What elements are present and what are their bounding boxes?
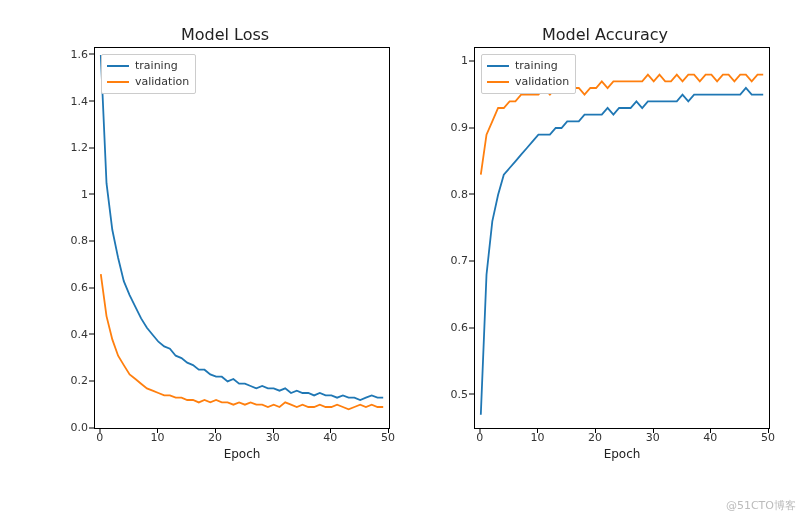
legend-swatch-validation-icon — [107, 81, 129, 83]
ytick: 0.6 — [71, 281, 89, 294]
plot-area-acc: training validation — [474, 47, 770, 429]
panel-acc-xaxis-row: 01020304050 — [440, 429, 770, 447]
ytick: 0.5 — [451, 387, 469, 400]
legend-swatch-training-icon — [107, 65, 129, 67]
panel-loss: Model Loss 0.00.20.40.60.811.21.41.6 tra… — [60, 25, 390, 465]
ytick: 1 — [81, 187, 88, 200]
legend-loss-item-validation: validation — [107, 74, 189, 90]
panel-acc-plotrow: 0.50.60.70.80.91 training validation — [440, 47, 770, 429]
legend-label-training: training — [515, 58, 558, 74]
legend-acc-item-training: training — [487, 58, 569, 74]
yaxis-acc: 0.50.60.70.80.91 — [440, 47, 474, 427]
series-training — [101, 55, 383, 400]
lines-svg-acc — [475, 48, 769, 428]
watermark-text: @51CTO博客 — [726, 498, 796, 513]
panel-loss-xaxis-row: 01020304050 — [60, 429, 390, 447]
ytick: 1.2 — [71, 141, 89, 154]
xaxis-acc: 01020304050 — [474, 429, 770, 447]
panel-acc: Model Accuracy 0.50.60.70.80.91 training… — [440, 25, 770, 465]
xaxis-loss: 01020304050 — [94, 429, 390, 447]
ytick: 0.2 — [71, 374, 89, 387]
legend-acc: training validation — [481, 54, 576, 94]
panel-acc-title: Model Accuracy — [440, 25, 770, 47]
ytick: 0.0 — [71, 421, 89, 434]
xtick: 0 — [476, 431, 483, 444]
ytick: 1.6 — [71, 47, 89, 60]
xtick: 10 — [150, 431, 164, 444]
yaxis-loss: 0.00.20.40.60.811.21.41.6 — [60, 47, 94, 427]
series-validation — [101, 274, 383, 409]
xtick: 30 — [646, 431, 660, 444]
panel-loss-title: Model Loss — [60, 25, 390, 47]
ytick: 0.4 — [71, 327, 89, 340]
xtick: 20 — [208, 431, 222, 444]
xlabel-acc: Epoch — [474, 447, 770, 465]
panels-row: Model Loss 0.00.20.40.60.811.21.41.6 tra… — [60, 25, 770, 465]
panel-acc-xlabel-row: Epoch — [440, 447, 770, 465]
legend-label-validation: validation — [135, 74, 189, 90]
ytick: 1 — [461, 54, 468, 67]
panel-loss-xlabel-row: Epoch — [60, 447, 390, 465]
legend-loss: training validation — [101, 54, 196, 94]
xlabel-loss: Epoch — [94, 447, 390, 465]
ytick: 0.8 — [71, 234, 89, 247]
ytick: 1.4 — [71, 94, 89, 107]
legend-swatch-validation-icon — [487, 81, 509, 83]
xtick: 50 — [761, 431, 775, 444]
ytick: 0.9 — [451, 121, 469, 134]
series-training — [481, 88, 763, 415]
xtick: 10 — [530, 431, 544, 444]
plot-area-loss: training validation — [94, 47, 390, 429]
lines-svg-loss — [95, 48, 389, 428]
figure: Model Loss 0.00.20.40.60.811.21.41.6 tra… — [0, 0, 800, 515]
legend-label-training: training — [135, 58, 178, 74]
ytick: 0.8 — [451, 187, 469, 200]
xtick: 0 — [96, 431, 103, 444]
xtick: 40 — [703, 431, 717, 444]
ytick: 0.6 — [451, 321, 469, 334]
xtick: 40 — [323, 431, 337, 444]
xtick: 20 — [588, 431, 602, 444]
legend-acc-item-validation: validation — [487, 74, 569, 90]
panel-loss-plotrow: 0.00.20.40.60.811.21.41.6 training valid… — [60, 47, 390, 429]
ytick: 0.7 — [451, 254, 469, 267]
legend-loss-item-training: training — [107, 58, 189, 74]
xtick: 50 — [381, 431, 395, 444]
xtick: 30 — [266, 431, 280, 444]
legend-label-validation: validation — [515, 74, 569, 90]
legend-swatch-training-icon — [487, 65, 509, 67]
